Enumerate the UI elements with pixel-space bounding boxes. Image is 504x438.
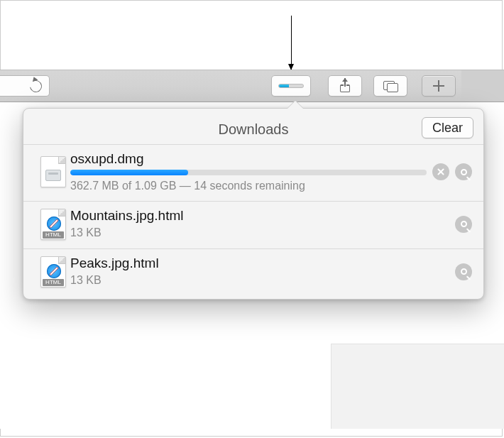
- stop-download-button[interactable]: [432, 163, 449, 180]
- reveal-in-finder-button[interactable]: [455, 163, 472, 180]
- page-background: [0, 344, 331, 429]
- show-tabs-button[interactable]: [373, 75, 407, 97]
- download-filename: Peaks.jpg.html: [70, 256, 449, 271]
- popover-title: Downloads: [23, 121, 483, 138]
- file-type-tag: HTML: [43, 279, 64, 286]
- file-icon-html: HTML: [40, 209, 66, 240]
- download-status: 13 KB: [70, 226, 449, 239]
- downloads-progress-icon: [278, 84, 304, 88]
- download-item: HTML Peaks.jpg.html 13 KB: [23, 248, 483, 296]
- tabs-icon: [383, 81, 398, 92]
- new-tab-button[interactable]: [422, 75, 456, 97]
- page-background: [331, 344, 504, 429]
- share-button[interactable]: [328, 75, 362, 97]
- download-item: osxupd.dmg 362.7 MB of 1.09 GB — 14 seco…: [23, 144, 483, 201]
- share-icon: [340, 80, 350, 92]
- browser-toolbar: [0, 70, 504, 102]
- file-icon-dmg: [40, 156, 66, 187]
- reveal-in-finder-button[interactable]: [455, 216, 472, 233]
- download-status: 362.7 MB of 1.09 GB — 14 seconds remaini…: [70, 180, 427, 192]
- file-icon-html: HTML: [40, 256, 66, 288]
- downloads-popover: Downloads Clear osxupd.dmg 362.7 MB of 1…: [23, 108, 484, 300]
- reveal-in-finder-button[interactable]: [455, 263, 472, 280]
- callout-line-downloads: [291, 16, 292, 70]
- downloads-button[interactable]: [271, 75, 311, 97]
- file-type-tag: HTML: [43, 231, 64, 239]
- reload-icon[interactable]: [28, 77, 45, 94]
- popover-arrow: [287, 101, 303, 109]
- popover-header: Downloads Clear: [23, 116, 483, 144]
- plus-icon: [433, 80, 444, 92]
- download-filename: Mountains.jpg.html: [70, 209, 449, 224]
- address-bar-fragment[interactable]: [0, 75, 50, 97]
- download-item: HTML Mountains.jpg.html 13 KB: [23, 201, 483, 248]
- download-filename: osxupd.dmg: [70, 152, 427, 167]
- download-progress-bar: [70, 170, 427, 175]
- download-status: 13 KB: [70, 274, 449, 287]
- clear-button[interactable]: Clear: [422, 117, 473, 138]
